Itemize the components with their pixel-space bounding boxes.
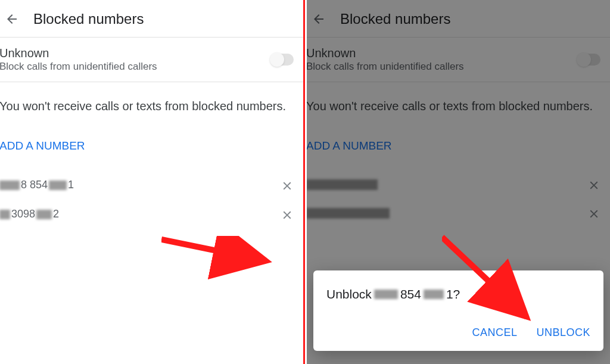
cancel-button[interactable]: CANCEL <box>472 326 517 339</box>
number-1: 3098 2 <box>0 208 281 220</box>
setting-unknown[interactable]: Unknown Block calls from unidentified ca… <box>0 38 303 82</box>
number-row-1: 3098 2 <box>0 200 303 229</box>
info-text: You won't receive calls or texts from bl… <box>0 82 303 123</box>
redacted-icon <box>0 181 20 190</box>
back-icon[interactable] <box>5 12 19 26</box>
redacted-icon <box>374 290 398 299</box>
redacted-icon <box>49 181 67 190</box>
remove-number-icon[interactable] <box>281 209 292 220</box>
page-title: Blocked numbers <box>33 11 144 27</box>
setting-unknown-title: Unknown <box>0 46 271 60</box>
toggle-unknown[interactable] <box>271 54 294 66</box>
setting-text: Unknown Block calls from unidentified ca… <box>0 46 271 73</box>
unblock-button[interactable]: UNBLOCK <box>536 326 590 339</box>
screen-left: Blocked numbers Unknown Block calls from… <box>0 0 305 364</box>
screen-right: Blocked numbers Unknown Block calls from… <box>307 0 610 364</box>
setting-unknown-subtitle: Block calls from unidentified callers <box>0 61 271 73</box>
redacted-icon <box>424 290 444 299</box>
number-row-0: 8 854 1 <box>0 170 303 200</box>
header: Blocked numbers <box>0 0 303 37</box>
dialog-message: Unblock 854 1? <box>326 287 590 301</box>
unblock-dialog: Unblock 854 1? CANCEL UNBLOCK <box>313 270 603 351</box>
number-0: 8 854 1 <box>0 179 281 191</box>
redacted-icon <box>0 210 10 219</box>
redacted-icon <box>36 210 52 219</box>
add-number-button[interactable]: ADD A NUMBER <box>0 123 303 170</box>
dialog-actions: CANCEL UNBLOCK <box>326 326 590 339</box>
remove-number-icon[interactable] <box>281 179 292 191</box>
